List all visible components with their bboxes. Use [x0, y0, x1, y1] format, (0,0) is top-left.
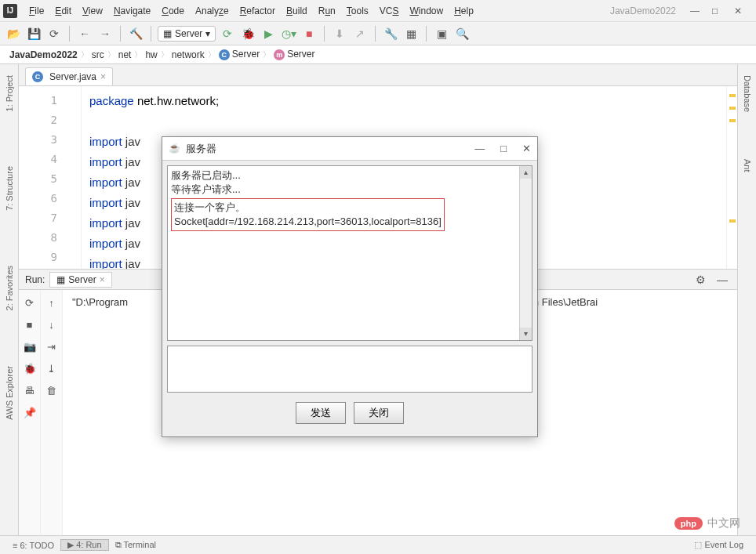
clear-icon[interactable]: 🗑 [44, 382, 60, 398]
chip-icon: ▦ [56, 274, 65, 285]
tab-close-icon[interactable]: × [100, 71, 106, 82]
rail-project[interactable]: 1: Project [5, 67, 14, 119]
sb-todo[interactable]: ≡ 6: TODO [6, 541, 60, 550]
run-icon[interactable]: ⟳ [219, 25, 236, 42]
menu-refactor[interactable]: Refactor [234, 4, 281, 18]
main-toolbar: 📂 💾 ⟳ ← → 🔨 ▦ Server ▾ ⟳ 🐞 ▶ ◷▾ ■ ⬇ ↗ 🔧 … [0, 22, 756, 45]
open-icon[interactable]: 📂 [5, 25, 22, 42]
crumb[interactable]: net [115, 49, 135, 60]
java-icon: ☕ [169, 143, 181, 155]
titlebar: IJ File Edit View Navigate Code Analyze … [0, 0, 756, 22]
editor-tabs: C Server.java × [19, 64, 737, 86]
coverage-icon[interactable]: ▶ [260, 25, 277, 42]
dialog-log[interactable]: ▴ ▾ 服务器已启动... 等待客户请求... 连接一个客户。 Socket[a… [167, 165, 532, 341]
class-icon: C [32, 71, 43, 82]
wrench-icon[interactable]: 🔧 [382, 25, 399, 42]
tab-server[interactable]: C Server.java × [25, 67, 113, 85]
forward-icon[interactable]: → [96, 25, 114, 42]
menu-edit[interactable]: Edit [49, 4, 77, 18]
sb-terminal[interactable]: ⧉ Terminal [109, 540, 162, 550]
sb-eventlog[interactable]: ⬚ Event Log [688, 540, 750, 550]
stop-icon[interactable]: ■ [300, 25, 318, 42]
crumb[interactable]: CServer [216, 49, 263, 60]
dialog-body: ▴ ▾ 服务器已启动... 等待客户请求... 连接一个客户。 Socket[a… [162, 161, 537, 436]
crumb[interactable]: JavaDemo2022 [6, 49, 81, 60]
profile-icon[interactable]: ◷▾ [280, 25, 297, 42]
crumb[interactable]: hw [142, 49, 160, 60]
crumb[interactable]: network [169, 49, 208, 60]
camera-icon[interactable]: 📷 [22, 339, 38, 354]
dialog-input[interactable] [167, 346, 532, 393]
crumb[interactable]: mServer [271, 49, 318, 60]
run-toolbar-2: ↑ ↓ ⇥ ⤓ 🗑 [41, 290, 63, 535]
scroll-down-icon[interactable]: ▾ [520, 328, 532, 340]
run-toolbar-1: ⟳ ■ 📷 🐞 🖶 📌 [19, 290, 41, 535]
statusbar: ≡ 6: TODO ▶ 4: Run ⧉ Terminal ⬚ Event Lo… [0, 535, 756, 554]
stop-icon[interactable]: ■ [22, 317, 38, 332]
maximize-icon[interactable]: □ [500, 143, 507, 154]
close-icon[interactable]: ✕ [734, 5, 745, 16]
run-title: Run: [25, 274, 45, 285]
scroll-up-icon[interactable]: ▴ [520, 166, 532, 179]
watermark: php 中文网 [674, 516, 740, 530]
minimize-icon[interactable]: — [690, 5, 701, 16]
wrap-icon[interactable]: ⇥ [44, 339, 60, 354]
close-icon[interactable]: ✕ [522, 143, 531, 154]
menu-file[interactable]: File [24, 4, 49, 18]
menu-vcs[interactable]: VCS [374, 4, 405, 18]
bug-icon[interactable]: 🐞 [22, 360, 38, 376]
rail-aws[interactable]: AWS Explorer [5, 358, 14, 428]
send-button[interactable]: 发送 [296, 402, 346, 424]
structure-icon[interactable]: ▦ [402, 25, 420, 42]
run-anything-icon[interactable]: ▣ [433, 25, 450, 42]
chevron-down-icon: ▾ [205, 28, 210, 39]
server-dialog: ☕ 服务器 — □ ✕ ▴ ▾ 服务器已启动... 等待客户请求... 连接一个… [162, 136, 538, 437]
rail-favorites[interactable]: 2: Favorites [5, 258, 14, 318]
menu-build[interactable]: Build [281, 4, 313, 18]
back-icon[interactable]: ← [76, 25, 93, 42]
watermark-badge: php [674, 517, 703, 530]
up-icon[interactable]: ↑ [44, 295, 60, 310]
print-icon[interactable]: 🖶 [22, 382, 38, 398]
minimize-icon[interactable]: — [474, 143, 485, 154]
rail-structure[interactable]: 7: Structure [5, 158, 14, 219]
rail-database[interactable]: Database [743, 67, 752, 120]
sb-run[interactable]: ▶ 4: Run [60, 539, 108, 551]
build-icon[interactable]: 🔨 [127, 25, 144, 42]
save-icon[interactable]: 💾 [25, 25, 42, 42]
left-rail: 1: Project 7: Structure 2: Favorites AWS… [0, 64, 19, 535]
git-icon[interactable]: ⬇ [331, 25, 348, 42]
highlighted-log: 连接一个客户。 Socket[addr=/192.168.214.213,por… [171, 198, 445, 231]
menu-analyze[interactable]: Analyze [190, 4, 234, 18]
project-title: JavaDemo2022 [610, 5, 682, 16]
crumb[interactable]: src [89, 49, 107, 60]
run-config-select[interactable]: ▦ Server ▾ [158, 26, 216, 42]
minimize-icon[interactable]: — [714, 271, 731, 288]
rail-ant[interactable]: Ant [743, 151, 752, 180]
menu-code[interactable]: Code [156, 4, 190, 18]
commit-icon[interactable]: ↗ [351, 25, 369, 42]
pin-icon[interactable]: 📌 [22, 404, 38, 420]
gear-icon[interactable]: ⚙ [692, 271, 709, 288]
refresh-icon[interactable]: ⟳ [45, 25, 63, 42]
scrollbar[interactable]: ▴ ▾ [519, 166, 532, 340]
menu-navigate[interactable]: Navigate [108, 4, 156, 18]
run-tab[interactable]: ▦ Server × [49, 272, 111, 288]
app-icon: IJ [3, 4, 17, 18]
dialog-titlebar[interactable]: ☕ 服务器 — □ ✕ [162, 137, 537, 161]
menu-run[interactable]: Run [313, 4, 341, 18]
maximize-icon[interactable]: □ [712, 5, 723, 16]
rerun-icon[interactable]: ⟳ [22, 295, 38, 310]
menu-tools[interactable]: Tools [341, 4, 374, 18]
search-icon[interactable]: 🔍 [453, 25, 471, 42]
menu-window[interactable]: Window [404, 4, 449, 18]
tab-label: Server.java [49, 71, 96, 82]
menu-view[interactable]: View [77, 4, 108, 18]
down-icon[interactable]: ↓ [44, 317, 60, 332]
scroll-icon[interactable]: ⤓ [44, 360, 60, 376]
menu-help[interactable]: Help [449, 4, 479, 18]
close-icon[interactable]: × [100, 274, 105, 285]
close-button[interactable]: 关闭 [354, 402, 404, 424]
debug-icon[interactable]: 🐞 [239, 25, 256, 42]
breadcrumb: JavaDemo2022〉 src〉 net〉 hw〉 network〉 CSe… [0, 45, 756, 64]
